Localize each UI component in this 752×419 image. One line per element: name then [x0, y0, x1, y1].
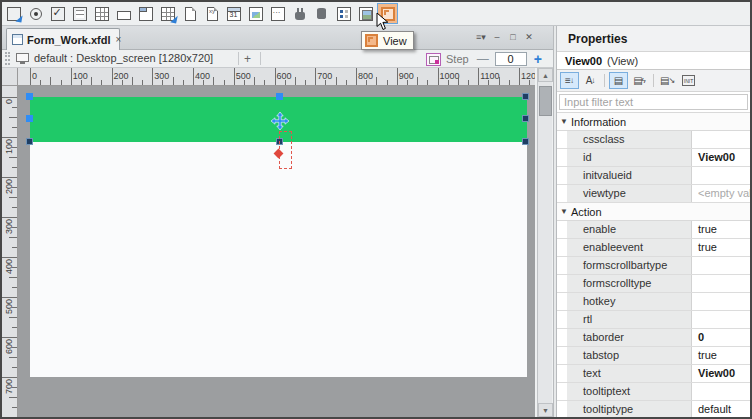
step-value-input[interactable]	[495, 52, 527, 66]
layout-target-label[interactable]: default : Desktop_screen [1280x720]	[34, 52, 213, 64]
calendar-tool-button[interactable]	[223, 3, 244, 24]
collapse-icon[interactable]: ▼	[557, 117, 571, 126]
resize-handle-bottom-right[interactable]	[522, 138, 529, 145]
drag-grip-icon[interactable]	[5, 52, 10, 65]
tab-tool-button[interactable]	[135, 3, 156, 24]
ruler-tick	[101, 80, 102, 85]
property-value[interactable]	[692, 275, 750, 292]
tab-list-menu-button[interactable]: ≡▾	[475, 31, 487, 44]
property-value[interactable]: View00	[692, 365, 750, 382]
property-value[interactable]: <empty value>	[692, 185, 750, 202]
property-row-id[interactable]: idView00	[557, 149, 750, 167]
imageviewer-tool-button[interactable]	[245, 3, 266, 24]
property-value[interactable]: true	[692, 347, 750, 364]
sort-alphabetic-button[interactable]: A↓	[581, 72, 600, 89]
property-value[interactable]: View00	[692, 149, 750, 166]
ruler-tick	[387, 80, 388, 85]
property-filter-input[interactable]	[559, 94, 748, 110]
show-events-button[interactable]: ▤ϟ	[630, 72, 649, 89]
show-properties-button[interactable]: ▤	[609, 72, 628, 89]
resize-handle-bottom-left[interactable]	[26, 138, 33, 145]
tab-close-icon[interactable]: ×	[116, 34, 122, 45]
page-tool-button[interactable]	[179, 3, 200, 24]
ruler-tick	[9, 237, 17, 238]
section-label: Action	[571, 206, 602, 218]
step-decrease-button[interactable]: —	[477, 52, 489, 66]
property-row-taborder[interactable]: taborder0	[557, 329, 750, 347]
section-header-action[interactable]: ▼Action	[557, 203, 750, 221]
select-tool-button[interactable]	[3, 3, 24, 24]
add-layout-button[interactable]: +	[244, 52, 251, 66]
property-row-formscrolltype[interactable]: formscrolltype	[557, 275, 750, 293]
picture-icon	[359, 7, 373, 21]
init-values-button[interactable]: INIT	[679, 72, 698, 89]
grid-select-tool-button[interactable]	[157, 3, 178, 24]
property-value[interactable]	[692, 257, 750, 274]
ruler-tick	[427, 80, 428, 85]
design-vertical-scrollbar[interactable]: ▲ ▼	[537, 68, 552, 417]
grid-tool-button[interactable]	[91, 3, 112, 24]
property-row-viewtype[interactable]: viewtype<empty value>	[557, 185, 750, 203]
section-header-information[interactable]: ▼Information	[557, 113, 750, 131]
edit-tool-button[interactable]	[113, 3, 134, 24]
static-tool-button[interactable]	[267, 3, 288, 24]
scroll-up-icon[interactable]: ▲	[538, 68, 553, 82]
scroll-down-icon[interactable]: ▼	[538, 403, 553, 417]
property-row-formscrollbartype[interactable]: formscrollbartype	[557, 257, 750, 275]
form-layout-bar: default : Desktop_screen [1280x720] + St…	[2, 50, 553, 68]
property-row-hotkey[interactable]: hotkey	[557, 293, 750, 311]
property-value[interactable]	[692, 167, 750, 184]
minimize-button[interactable]: –	[491, 31, 503, 44]
checkbox-icon	[51, 7, 65, 21]
progressbar-tool-button[interactable]	[311, 3, 332, 24]
resize-handle-mid-right[interactable]	[522, 115, 529, 122]
property-value[interactable]: 0	[692, 329, 750, 346]
restore-button[interactable]: □	[507, 31, 519, 44]
property-value[interactable]	[692, 383, 750, 400]
resize-handle-top-right[interactable]	[522, 93, 529, 100]
step-increase-button[interactable]: +	[534, 51, 542, 67]
property-value[interactable]	[692, 131, 750, 148]
document-tab-form-work[interactable]: Form_Work.xfdl ×	[6, 28, 120, 50]
picture-tool-button[interactable]	[355, 3, 376, 24]
move-handle-icon[interactable]	[271, 112, 289, 130]
property-key: enableevent	[567, 239, 692, 256]
property-row-tooltiptext[interactable]: tooltiptext	[557, 383, 750, 401]
property-row-enableevent[interactable]: enableeventtrue	[557, 239, 750, 257]
ruler-tick	[244, 80, 245, 85]
property-row-rtl[interactable]: rtl	[557, 311, 750, 329]
checkbox-tool-button[interactable]	[47, 3, 68, 24]
design-surface[interactable]	[18, 86, 535, 417]
scrollbar-thumb[interactable]	[539, 86, 552, 116]
property-value[interactable]	[692, 293, 750, 310]
listview-tool-button[interactable]	[333, 3, 354, 24]
ruler-tick	[438, 68, 439, 85]
radio-tool-button[interactable]	[25, 3, 46, 24]
maskedit-tool-button[interactable]	[201, 3, 222, 24]
property-row-text[interactable]: textView00	[557, 365, 750, 383]
property-row-tooltiptype[interactable]: tooltiptypedefault	[557, 401, 750, 417]
property-row-cssclass[interactable]: cssclass	[557, 131, 750, 149]
show-modified-button[interactable]: ▤↘	[658, 72, 677, 89]
property-row-tabstop[interactable]: tabstoptrue	[557, 347, 750, 365]
ruler-tick	[356, 68, 357, 85]
property-value[interactable]	[692, 311, 750, 328]
plugin-tool-button[interactable]	[289, 3, 310, 24]
property-value[interactable]: true	[692, 239, 750, 256]
property-row-initvalueid[interactable]: initvalueid	[557, 167, 750, 185]
resize-handle-mid-left[interactable]	[26, 115, 33, 122]
view-tooltip: View	[361, 31, 414, 50]
collapse-icon[interactable]: ▼	[557, 207, 571, 216]
listbox-tool-button[interactable]	[69, 3, 90, 24]
ruler-tick	[12, 327, 17, 328]
resize-handle-top-center[interactable]	[276, 93, 283, 100]
ruler-corner	[2, 68, 18, 86]
property-value[interactable]: default	[692, 401, 750, 417]
close-document-button[interactable]: ✕	[523, 31, 535, 44]
property-value[interactable]: true	[692, 221, 750, 238]
property-row-enable[interactable]: enabletrue	[557, 221, 750, 239]
mouse-cursor-icon	[376, 12, 389, 31]
selected-object-row[interactable]: View00 (View)	[557, 52, 750, 70]
resize-handle-top-left[interactable]	[26, 93, 33, 100]
sort-categorized-button[interactable]: ≡↓	[560, 72, 579, 89]
